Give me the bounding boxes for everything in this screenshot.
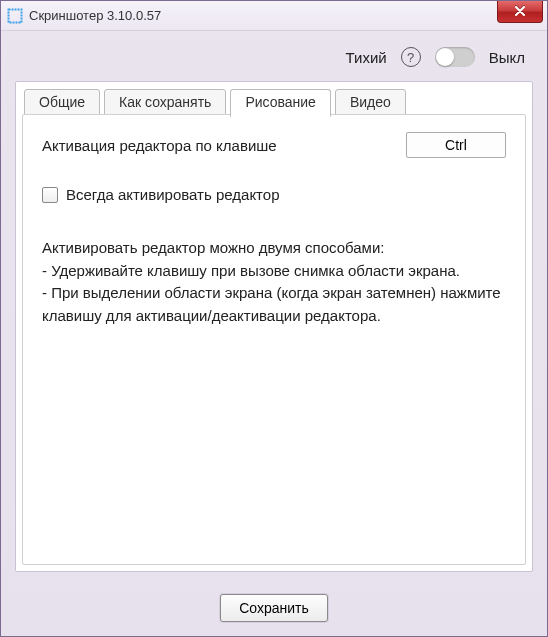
app-window: Скриншотер 3.10.0.57 Тихий ? Выкл Общие …	[0, 0, 548, 637]
always-activate-checkbox[interactable]	[42, 187, 58, 203]
activation-label: Активация редактора по клавише	[42, 137, 277, 154]
save-button[interactable]: Сохранить	[220, 594, 328, 622]
help-line: Активировать редактор можно двумя способ…	[42, 237, 506, 260]
settings-panel: Общие Как сохранять Рисование Видео Акти…	[15, 81, 533, 572]
tab-save[interactable]: Как сохранять	[104, 89, 226, 117]
always-activate-row: Всегда активировать редактор	[42, 186, 506, 203]
help-line: - Удерживайте клавишу при вызове снимка …	[42, 260, 506, 283]
footer: Сохранить	[1, 584, 547, 636]
activation-key-button[interactable]: Ctrl	[406, 132, 506, 158]
help-line: - При выделении области экрана (когда эк…	[42, 282, 506, 327]
close-button[interactable]	[497, 1, 543, 23]
tab-general[interactable]: Общие	[24, 89, 100, 117]
quiet-toggle[interactable]	[435, 47, 475, 67]
quiet-mode-label: Тихий	[346, 49, 387, 66]
window-title: Скриншотер 3.10.0.57	[29, 8, 497, 23]
help-text: Активировать редактор можно двумя способ…	[42, 237, 506, 327]
activation-row: Активация редактора по клавише Ctrl	[42, 132, 506, 158]
close-icon	[514, 6, 526, 16]
header-row: Тихий ? Выкл	[1, 31, 547, 77]
svg-rect-0	[9, 9, 22, 22]
toggle-state-label: Выкл	[489, 49, 525, 66]
tab-drawing[interactable]: Рисование	[230, 89, 331, 117]
app-icon	[7, 8, 23, 24]
toggle-knob	[436, 48, 454, 66]
always-activate-label[interactable]: Всегда активировать редактор	[66, 186, 280, 203]
tabs-row: Общие Как сохранять Рисование Видео	[16, 82, 532, 116]
help-icon[interactable]: ?	[401, 47, 421, 67]
tab-content-drawing: Активация редактора по клавише Ctrl Всег…	[26, 118, 522, 561]
tab-video[interactable]: Видео	[335, 89, 406, 117]
titlebar: Скриншотер 3.10.0.57	[1, 1, 547, 31]
